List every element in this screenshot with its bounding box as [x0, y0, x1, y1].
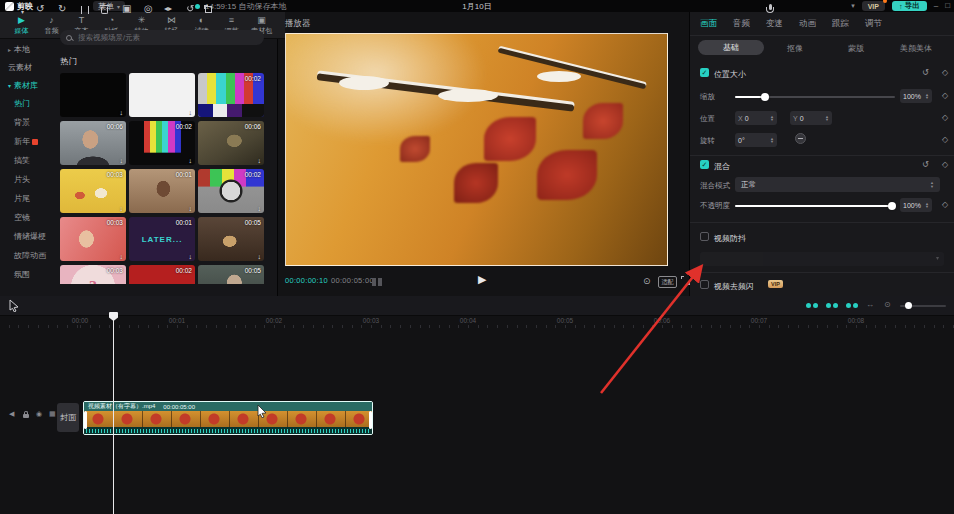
opacity-value-box[interactable]: 100% ▲▼: [900, 198, 932, 212]
sidebar-category-intro[interactable]: 片头: [0, 170, 55, 189]
blend-mode-select[interactable]: 正常 ▲▼: [735, 177, 940, 192]
keyframe-icon[interactable]: ◇: [942, 68, 948, 77]
transform-checkbox[interactable]: ✓: [700, 68, 709, 77]
tab-adjust[interactable]: 调节: [865, 18, 882, 30]
opacity-slider[interactable]: [735, 205, 895, 207]
menu-button[interactable]: 菜单 ▾: [93, 1, 125, 11]
media-thumbnail[interactable]: 3 00:03 ↓: [60, 265, 126, 284]
search-input[interactable]: [76, 32, 258, 43]
download-icon[interactable]: ↓: [120, 253, 124, 260]
stepper-icon[interactable]: ▲▼: [770, 137, 774, 144]
subtab-basic[interactable]: 基础: [698, 40, 764, 55]
keyframe-icon[interactable]: ◇: [942, 113, 948, 122]
rotate-icon[interactable]: ↻: [186, 3, 194, 15]
timeline-zoom-handle[interactable]: [905, 302, 912, 309]
reset-icon[interactable]: ↺: [922, 68, 929, 77]
linkage-toggle[interactable]: [846, 303, 858, 308]
deflicker-checkbox[interactable]: [700, 280, 709, 289]
reset-icon[interactable]: ↺: [922, 160, 929, 169]
sidebar-item-local[interactable]: ▸ 本地: [0, 42, 55, 56]
stabilize-level-select[interactable]: [700, 252, 944, 266]
scale-value-box[interactable]: 100% ▲▼: [900, 89, 932, 103]
keyframe-icon[interactable]: ◇: [942, 200, 948, 209]
tab-picture[interactable]: 画面: [700, 18, 717, 30]
maximize-button[interactable]: □: [945, 1, 950, 11]
stabilize-checkbox[interactable]: [700, 232, 709, 241]
download-icon[interactable]: ↓: [258, 205, 262, 212]
export-button[interactable]: ↑ 导出: [892, 1, 927, 11]
download-icon[interactable]: ↓: [258, 253, 262, 260]
media-thumbnail[interactable]: ↓: [129, 73, 195, 117]
locate-playhead-icon[interactable]: ⊙: [884, 299, 891, 311]
position-y-box[interactable]: Y 0 ▲▼: [790, 111, 832, 125]
media-thumbnail[interactable]: 00:03 ↓: [60, 169, 126, 213]
stepper-icon[interactable]: ▲▼: [930, 181, 934, 188]
stepper-icon[interactable]: ▲▼: [925, 202, 929, 209]
sidebar-category-glitch[interactable]: 故障动画: [0, 246, 55, 265]
cover-button[interactable]: 封面: [57, 403, 79, 432]
sidebar-item-cloud[interactable]: 云素材: [0, 60, 55, 74]
track-options-icon[interactable]: ▦: [49, 410, 56, 418]
download-icon[interactable]: ↓: [189, 157, 193, 164]
sidebar-category-broll[interactable]: 空镜: [0, 208, 55, 227]
rotate-knob[interactable]: [795, 133, 806, 144]
redo-icon[interactable]: ↻: [58, 3, 66, 15]
media-thumbnail[interactable]: 00:03 ↓: [60, 217, 126, 261]
media-thumbnail[interactable]: 00:02 ↓: [198, 73, 264, 117]
record-voiceover-icon[interactable]: [766, 4, 774, 15]
freeze-frame-icon[interactable]: ▣: [122, 3, 131, 15]
keyframe-icon[interactable]: ◇: [942, 135, 948, 144]
blend-checkbox[interactable]: ✓: [700, 160, 709, 169]
sidebar-category-background[interactable]: 背景: [0, 113, 55, 132]
download-icon[interactable]: ↓: [258, 109, 262, 116]
sidebar-category-hot[interactable]: 热门: [0, 94, 55, 113]
media-thumbnail[interactable]: 00:06 ↓: [198, 121, 264, 165]
undo-icon[interactable]: ↺: [36, 3, 44, 15]
media-thumbnail[interactable]: LATER... 00:01 ↓: [129, 217, 195, 261]
tab-tracking[interactable]: 跟踪: [832, 18, 849, 30]
ribbon-tab-media[interactable]: ▶ 媒体: [8, 16, 35, 34]
keyframe-icon[interactable]: ◇: [942, 91, 948, 100]
subtab-cutout[interactable]: 抠像: [787, 43, 803, 54]
download-icon[interactable]: ↓: [189, 109, 193, 116]
sidebar-category-ambience[interactable]: 氛围: [0, 265, 55, 284]
download-icon[interactable]: ↓: [120, 109, 124, 116]
sidebar-category-newyear[interactable]: 新年: [0, 132, 55, 151]
sidebar-item-library[interactable]: ▾ 素材库: [0, 78, 55, 92]
media-thumbnail[interactable]: A FEW 00:02 ↓: [129, 265, 195, 284]
clip-trim-handle-right[interactable]: [369, 411, 372, 429]
auto-snap-toggle[interactable]: [826, 303, 838, 308]
mirror-icon[interactable]: ◂▸: [164, 3, 172, 15]
ribbon-tab-audio[interactable]: ♪ 音频: [38, 16, 65, 34]
scale-slider[interactable]: [735, 96, 895, 98]
subtab-mask[interactable]: 蒙版: [848, 43, 864, 54]
media-thumbnail[interactable]: ↓: [60, 73, 126, 117]
keyframe-icon[interactable]: ◇: [942, 160, 948, 169]
search-bar[interactable]: [60, 30, 264, 45]
minimize-button[interactable]: –: [934, 1, 938, 11]
chevron-down-icon[interactable]: ▾: [851, 2, 855, 10]
media-thumbnail[interactable]: 00:05 ↓: [198, 217, 264, 261]
crop-icon[interactable]: [205, 6, 212, 13]
main-track-magnet-toggle[interactable]: [806, 303, 818, 308]
sidebar-category-meme[interactable]: 情绪爆梗: [0, 227, 55, 246]
subtab-beauty[interactable]: 美颜美体: [900, 43, 932, 54]
tab-animation[interactable]: 动画: [799, 18, 816, 30]
split-icon[interactable]: [81, 6, 89, 14]
stepper-icon[interactable]: ▲▼: [770, 115, 774, 122]
snap-frame-icon[interactable]: ⊙: [643, 276, 651, 286]
ruler[interactable]: [0, 325, 954, 328]
media-thumbnail[interactable]: 00:06 ↓: [60, 121, 126, 165]
rotate-value-box[interactable]: 0° ▲▼: [735, 133, 777, 147]
ratio-button[interactable]: 适配: [658, 276, 677, 288]
download-icon[interactable]: ↓: [189, 253, 193, 260]
grid-icon[interactable]: [372, 278, 382, 286]
stepper-icon[interactable]: ▲▼: [825, 115, 829, 122]
clip-trim-handle-left[interactable]: [84, 411, 87, 429]
select-tool-icon[interactable]: [8, 299, 20, 312]
tab-audio[interactable]: 音频: [733, 18, 750, 30]
chevron-down-icon[interactable]: ▾: [21, 6, 24, 18]
vip-button[interactable]: VIP: [862, 1, 885, 11]
mute-track-icon[interactable]: ◀: [9, 410, 14, 418]
position-x-box[interactable]: X 0 ▲▼: [735, 111, 777, 125]
